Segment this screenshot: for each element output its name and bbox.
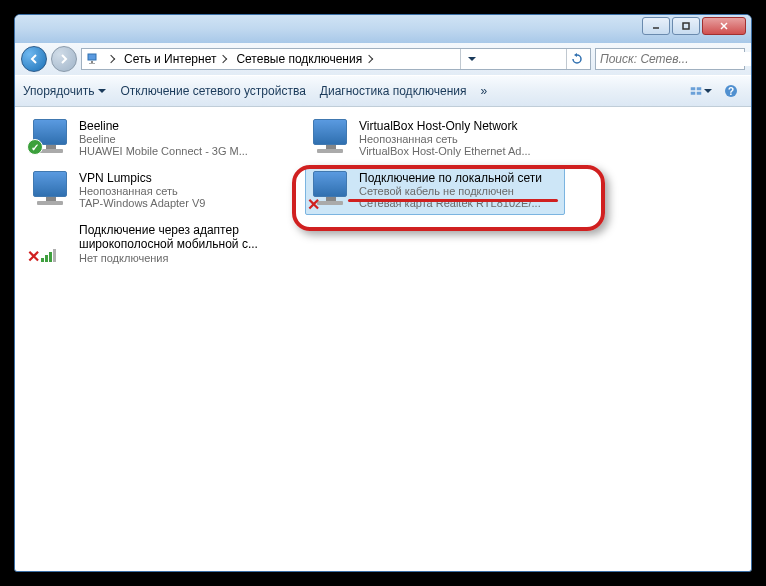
toolbar-label: Диагностика подключения xyxy=(320,84,467,98)
connection-item-broadband[interactable]: ✕ Подключение через адаптер широкополосн… xyxy=(25,219,285,267)
connection-item-virtualbox[interactable]: VirtualBox Host-Only Network Неопознанна… xyxy=(305,115,565,163)
svg-rect-12 xyxy=(697,92,702,95)
items-grid: ✓ Beeline Beeline HUAWEI Mobile Connect … xyxy=(25,115,741,267)
minimize-button[interactable] xyxy=(642,17,670,35)
status-connected-icon: ✓ xyxy=(27,139,43,155)
svg-rect-9 xyxy=(691,87,696,90)
diagnose-button[interactable]: Диагностика подключения xyxy=(320,84,467,98)
search-input[interactable] xyxy=(600,52,751,66)
network-icon xyxy=(84,50,102,68)
window-controls xyxy=(642,17,746,35)
connection-icon: ✕ xyxy=(27,221,75,265)
connection-device: VirtualBox Host-Only Ethernet Ad... xyxy=(359,145,563,157)
connection-name: Подключение по локальной сети xyxy=(359,171,563,185)
breadcrumb-label: Сеть и Интернет xyxy=(124,52,216,66)
search-box[interactable] xyxy=(595,48,745,70)
connection-item-beeline[interactable]: ✓ Beeline Beeline HUAWEI Mobile Connect … xyxy=(25,115,285,163)
nav-back-button[interactable] xyxy=(21,46,47,72)
close-button[interactable] xyxy=(702,17,746,35)
status-disconnected-icon: ✕ xyxy=(27,247,41,261)
view-options-button[interactable] xyxy=(689,80,713,102)
breadcrumb-seg-1[interactable]: Сеть и Интернет xyxy=(120,49,230,69)
connection-status: Неопознанная сеть xyxy=(359,133,563,145)
connection-icon: ✓ xyxy=(27,117,75,161)
connection-name: VirtualBox Host-Only Network xyxy=(359,119,563,133)
connection-item-vpn[interactable]: VPN Lumpics Неопознанная сеть TAP-Window… xyxy=(25,167,285,215)
status-disconnected-icon: ✕ xyxy=(307,195,321,209)
content-area: ✓ Beeline Beeline HUAWEI Mobile Connect … xyxy=(17,109,749,569)
toolbar-label: Отключение сетевого устройства xyxy=(120,84,305,98)
connection-name: Beeline xyxy=(79,119,283,133)
titlebar[interactable] xyxy=(15,15,751,43)
connection-name: VPN Lumpics xyxy=(79,171,283,185)
connection-status: Сетевой кабель не подключен xyxy=(359,185,563,197)
toolbar-label: Упорядочить xyxy=(23,84,94,98)
connection-icon: ✕ xyxy=(307,169,355,213)
svg-rect-1 xyxy=(683,23,689,29)
disable-device-button[interactable]: Отключение сетевого устройства xyxy=(120,84,305,98)
breadcrumb-seg-2[interactable]: Сетевые подключения xyxy=(232,49,376,69)
connection-device: HUAWEI Mobile Connect - 3G M... xyxy=(79,145,283,157)
connection-name: Подключение через адаптер широкополосной… xyxy=(79,223,283,252)
connection-item-lan[interactable]: ✕ Подключение по локальной сети Сетевой … xyxy=(305,167,565,215)
maximize-button[interactable] xyxy=(672,17,700,35)
organize-button[interactable]: Упорядочить xyxy=(23,84,106,98)
connection-status: Beeline xyxy=(79,133,283,145)
signal-bars-icon xyxy=(41,249,56,262)
svg-rect-6 xyxy=(89,63,95,64)
toolbar-more-button[interactable]: » xyxy=(481,84,488,98)
nav-forward-button[interactable] xyxy=(51,46,77,72)
svg-rect-5 xyxy=(91,61,93,63)
explorer-window: Сеть и Интернет Сетевые подключения Упор… xyxy=(14,14,752,572)
toolbar-label: » xyxy=(481,84,488,98)
svg-rect-11 xyxy=(697,87,702,90)
svg-rect-4 xyxy=(88,54,96,60)
toolbar: Упорядочить Отключение сетевого устройст… xyxy=(15,75,751,107)
breadcrumb-dropdown[interactable] xyxy=(104,49,118,69)
breadcrumb-history-button[interactable] xyxy=(460,49,482,69)
connection-icon xyxy=(27,169,75,213)
help-button[interactable]: ? xyxy=(719,80,743,102)
connection-status: Нет подключения xyxy=(79,252,283,264)
connection-icon xyxy=(307,117,355,161)
breadcrumb[interactable]: Сеть и Интернет Сетевые подключения xyxy=(81,48,591,70)
connection-device: TAP-Windows Adapter V9 xyxy=(79,197,283,209)
svg-rect-10 xyxy=(691,92,696,95)
refresh-button[interactable] xyxy=(566,49,588,69)
connection-status: Неопознанная сеть xyxy=(79,185,283,197)
connection-device: Сетевая карта Realtek RTL8102E/... xyxy=(359,197,563,209)
breadcrumb-label: Сетевые подключения xyxy=(236,52,362,66)
navbar: Сеть и Интернет Сетевые подключения xyxy=(15,43,751,75)
svg-text:?: ? xyxy=(728,86,734,97)
